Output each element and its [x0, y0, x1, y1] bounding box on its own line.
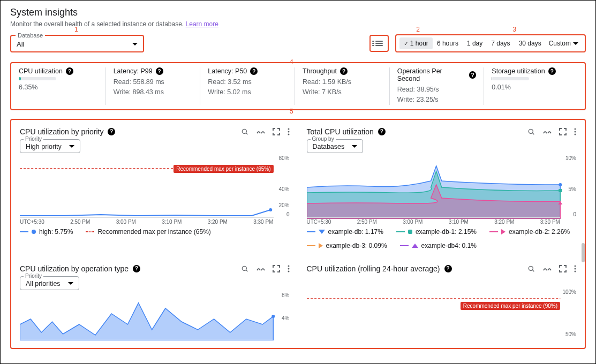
- svg-line-22: [532, 270, 534, 271]
- svg-rect-13: [559, 189, 562, 192]
- svg-point-0: [242, 129, 246, 133]
- chart-card-cpu-by-priority: CPU utilization by priority ? Priority H…: [14, 123, 295, 254]
- chevron-down-icon: [69, 145, 74, 148]
- page-subtitle: Monitor the overall health of a selected…: [10, 20, 586, 28]
- time-option-1d[interactable]: 1 day: [463, 37, 487, 49]
- chart-card-cpu-rolling: CPU utilization (rolling 24-hour average…: [301, 260, 582, 345]
- annotation-3: 3: [512, 26, 516, 33]
- chart-card-cpu-by-op-type: CPU utilization by operation type ? Prio…: [14, 260, 295, 345]
- chart-card-total-cpu: Total CPU utilization ? Group by Databas…: [301, 123, 582, 254]
- more-icon[interactable]: [574, 128, 576, 135]
- legend-toggle-icon[interactable]: [256, 266, 265, 272]
- legend-item[interactable]: Recommended max per instance (65%): [86, 228, 210, 236]
- threshold-badge: Recommended max per instance (90%): [461, 302, 560, 310]
- fullscreen-icon[interactable]: [273, 265, 280, 272]
- more-icon[interactable]: [288, 265, 290, 272]
- help-icon[interactable]: ?: [444, 265, 452, 272]
- fullscreen-icon[interactable]: [273, 128, 280, 135]
- help-icon[interactable]: ?: [66, 67, 73, 75]
- time-option-custom[interactable]: Custom: [546, 37, 582, 49]
- page-title: System insights: [10, 7, 586, 18]
- list-view-toggle[interactable]: [369, 35, 389, 52]
- more-icon[interactable]: [574, 265, 576, 272]
- time-option-1h[interactable]: 1 hour: [399, 37, 433, 49]
- chevron-down-icon: [132, 43, 138, 46]
- list-icon: [375, 40, 383, 47]
- metric-ops: Operations Per Second? Read: 38.95/s Wri…: [389, 67, 484, 105]
- cpu-bar: [19, 77, 56, 80]
- database-select[interactable]: Database All: [10, 35, 144, 52]
- svg-point-7: [529, 129, 533, 133]
- refresh-icon[interactable]: [240, 264, 249, 273]
- scrollbar-thumb[interactable]: [582, 243, 585, 262]
- storage-bar: [492, 77, 529, 80]
- threshold-badge: Recommended max per instance (65%): [173, 165, 273, 173]
- chart-plot: 100% 50% Recommended max per instance (9…: [307, 289, 577, 337]
- refresh-icon[interactable]: [527, 264, 535, 273]
- help-icon[interactable]: ?: [340, 67, 348, 75]
- svg-point-10: [575, 131, 576, 132]
- svg-point-11: [575, 133, 576, 135]
- svg-point-9: [575, 128, 576, 130]
- time-range-select: 1 hour 6 hours 1 day 7 days 30 days Cust…: [395, 34, 586, 52]
- charts-panel: CPU utilization by priority ? Priority H…: [10, 119, 586, 349]
- svg-point-2: [288, 128, 289, 130]
- legend-toggle-icon[interactable]: [256, 128, 265, 135]
- svg-point-15: [242, 266, 246, 270]
- svg-line-16: [246, 270, 247, 271]
- chevron-down-icon: [68, 282, 73, 285]
- legend-item[interactable]: example-db: 1.17%: [307, 228, 383, 236]
- svg-line-1: [246, 133, 247, 134]
- metric-latency-p50: Latency: P50? Read: 3.52 ms Write: 5.02 …: [200, 67, 295, 105]
- help-icon[interactable]: ?: [250, 67, 258, 75]
- chart-plot: 8% 4%: [20, 292, 290, 340]
- legend-toggle-icon[interactable]: [543, 128, 552, 135]
- toolbar: 1 Database All 2 3 1 hour 6 hours 1 day …: [10, 34, 586, 52]
- annotation-2: 2: [416, 26, 420, 33]
- legend-toggle-icon[interactable]: [543, 266, 552, 272]
- help-icon[interactable]: ?: [378, 128, 386, 135]
- svg-point-18: [288, 268, 289, 269]
- metric-storage: Storage utilization? 0.01%: [484, 67, 578, 105]
- chevron-down-icon: [573, 42, 578, 45]
- time-option-6h[interactable]: 6 hours: [433, 37, 463, 49]
- help-icon[interactable]: ?: [108, 128, 115, 135]
- groupby-select[interactable]: Group by Databases: [307, 139, 364, 153]
- time-option-7d[interactable]: 7 days: [487, 37, 514, 49]
- more-icon[interactable]: [288, 128, 290, 135]
- legend-item[interactable]: example-db-2: 2.26%: [489, 228, 570, 236]
- refresh-icon[interactable]: [240, 127, 249, 136]
- refresh-icon[interactable]: [527, 127, 535, 136]
- legend-item[interactable]: example-db4: 0.1%: [400, 242, 477, 249]
- help-icon[interactable]: ?: [548, 67, 556, 75]
- time-option-30d[interactable]: 30 days: [515, 37, 546, 49]
- annotation-1: 1: [74, 26, 78, 33]
- help-icon[interactable]: ?: [469, 71, 477, 79]
- fullscreen-icon[interactable]: [559, 128, 567, 135]
- svg-point-25: [575, 270, 576, 272]
- chart-plot: 10% 5% 0 UTC+5:30 2:50 PM 3:00 PM: [307, 155, 577, 225]
- legend-item[interactable]: high: 5.75%: [20, 228, 73, 236]
- learn-more-link[interactable]: Learn more: [186, 20, 218, 28]
- fullscreen-icon[interactable]: [559, 265, 567, 272]
- svg-point-21: [529, 266, 533, 270]
- svg-point-4: [288, 133, 289, 135]
- svg-point-17: [288, 265, 289, 267]
- metrics-summary: CPU utilization? 6.35% Latency: P99? Rea…: [10, 62, 586, 110]
- svg-point-3: [288, 131, 289, 132]
- help-icon[interactable]: ?: [133, 265, 140, 272]
- priority-select[interactable]: Priority All priorities: [20, 276, 79, 290]
- legend: example-db: 1.17% example-db-1: 2.15% ex…: [307, 228, 577, 249]
- svg-point-19: [288, 270, 289, 272]
- legend-item[interactable]: example-db-1: 2.15%: [396, 228, 477, 236]
- page: System insights Monitor the overall heal…: [0, 0, 596, 364]
- annotation-5: 5: [290, 108, 293, 115]
- svg-point-23: [575, 265, 576, 267]
- metric-cpu: CPU utilization? 6.35%: [18, 67, 105, 105]
- help-icon[interactable]: ?: [156, 67, 163, 75]
- legend-item[interactable]: example-db-3: 0.09%: [307, 242, 387, 249]
- priority-select[interactable]: Priority High priority: [20, 139, 80, 153]
- metric-latency-p99: Latency: P99? Read: 558.89 ms Write: 898…: [105, 67, 200, 105]
- metric-throughput: Throughput? Read: 1.59 KB/s Write: 7 KB/…: [295, 67, 389, 105]
- svg-line-8: [532, 133, 534, 134]
